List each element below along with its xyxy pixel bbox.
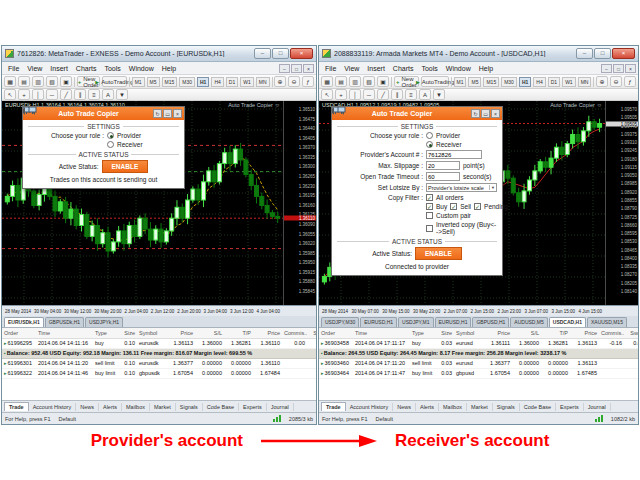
menu-window[interactable]: Window (125, 64, 158, 73)
refresh-icon[interactable]: ↻ (471, 109, 480, 118)
terminal-tab-experts[interactable]: Experts (239, 403, 267, 411)
menu-charts[interactable]: Charts (72, 64, 101, 73)
column-header[interactable]: Symbol (137, 328, 166, 338)
terminal-tab-news[interactable]: News (393, 403, 416, 411)
lotsize-select[interactable]: Provider's lotsize scale▼ (426, 183, 497, 192)
chart-tab[interactable]: GBPUSDk,H1 (45, 317, 84, 327)
custom-pair-checkbox[interactable] (426, 212, 433, 219)
cursor-icon[interactable]: ↖ (4, 89, 16, 100)
maximize-button[interactable]: □ (594, 48, 611, 59)
terminal-tab-alerts[interactable]: Alerts (416, 403, 439, 411)
chart-tab[interactable]: XAUUSD,M15 (587, 317, 627, 327)
table-row[interactable]: ▪Balance: 952.48 USD Equity: 952.18 Marg… (2, 348, 316, 358)
minimize-icon[interactable]: ▭ (163, 109, 172, 118)
terminal-tab-news[interactable]: News (76, 403, 99, 411)
minimize-button[interactable]: – (254, 48, 271, 59)
dialog-title-bar[interactable]: Auto Trade Copier ↻ ▭ × (332, 107, 502, 120)
terminal-tab-trade[interactable]: Trade (4, 402, 29, 411)
timeframe-m30[interactable]: M30 (501, 77, 517, 87)
max-slippage-input[interactable] (426, 161, 460, 170)
timeframe-m1[interactable]: M1 (132, 77, 145, 87)
status-profile[interactable]: Default (376, 416, 393, 422)
menu-charts[interactable]: Charts (389, 64, 418, 73)
enable-button[interactable]: ENABLE (415, 247, 462, 260)
column-header[interactable]: Type (410, 328, 437, 338)
timeframe-m5[interactable]: M5 (147, 77, 160, 87)
terminal-tab-code-base[interactable]: Code Base (203, 403, 239, 411)
doc-restore-icon[interactable]: □ (291, 64, 302, 73)
column-header[interactable]: Commis... (282, 328, 307, 338)
all-orders-checkbox[interactable] (426, 194, 433, 201)
menu-tools[interactable]: Tools (417, 64, 441, 73)
column-header[interactable]: Size (437, 328, 454, 338)
terminal-icon[interactable]: ▣ (377, 76, 389, 87)
crosshair-icon[interactable]: + (18, 89, 30, 100)
channel-icon[interactable]: ∥ (391, 89, 403, 100)
close-icon[interactable]: × (173, 109, 182, 118)
menu-insert[interactable]: Insert (46, 64, 72, 73)
navigator-icon[interactable]: ▧ (46, 76, 58, 87)
hline-icon[interactable]: ─ (363, 89, 375, 100)
terminal-tab-signals[interactable]: Signals (176, 403, 203, 411)
timeframe-m30[interactable]: M30 (179, 77, 195, 87)
timeframe-mn[interactable]: MN (578, 77, 592, 87)
timeframe-m5[interactable]: M5 (468, 77, 481, 87)
chart-tab[interactable]: GBPUSD,H1 (472, 317, 509, 327)
menu-help[interactable]: Help (475, 64, 497, 73)
menu-tools[interactable]: Tools (100, 64, 124, 73)
table-row[interactable]: ▸369034582014.06.04 17:11:17buy0.03eurus… (319, 338, 638, 348)
terminal-tab-signals[interactable]: Signals (493, 403, 520, 411)
timeframe-m1[interactable]: M1 (454, 77, 467, 87)
receiver-radio-label[interactable]: Receiver (117, 141, 143, 148)
autotrading-button[interactable]: ▶AutoTrading (102, 76, 127, 87)
chart-tab[interactable]: EURUSDk,H1 (4, 317, 44, 327)
table-row[interactable]: ▪Balance: 264.55 USD Equity: 264.45 Marg… (319, 348, 638, 358)
column-header[interactable]: S/L (195, 328, 224, 338)
arrows-icon[interactable]: ▼ (116, 89, 128, 100)
enable-button[interactable]: ENABLE (102, 160, 149, 173)
timeframe-m15[interactable]: M15 (483, 77, 499, 87)
trade-timeout-input[interactable] (426, 172, 460, 181)
table-row[interactable]: ▸619963012014.06.04 14:11:20sell limit0.… (2, 358, 316, 368)
column-header[interactable]: Time (36, 328, 93, 338)
chart-tab[interactable]: USDJPY,M30 (321, 317, 359, 327)
timeframe-d1[interactable]: D1 (548, 77, 560, 87)
inverted-copy-checkbox[interactable] (426, 225, 433, 232)
menu-view[interactable]: View (340, 64, 363, 73)
receiver-radio[interactable] (426, 141, 433, 148)
terminal-tab-code-base[interactable]: Code Base (520, 403, 556, 411)
column-header[interactable]: T/P (224, 328, 253, 338)
chart-area[interactable]: EURUSDk,H1 1.36164 1.36164 1.36074 1.361… (2, 101, 316, 305)
navigator-icon[interactable]: ▧ (363, 76, 375, 87)
column-header[interactable]: Swap (624, 328, 638, 338)
minimize-button[interactable]: – (576, 48, 593, 59)
maximize-button[interactable]: □ (272, 48, 289, 59)
terminal-icon[interactable]: ▣ (60, 76, 72, 87)
profiles-icon[interactable]: ▤ (18, 76, 30, 87)
chart-tab[interactable]: EURUSD,H1 (360, 317, 397, 327)
table-row[interactable]: ▸369034642014.06.04 17:11:47buy limit0.0… (319, 368, 638, 378)
timeframe-h4[interactable]: H4 (533, 77, 545, 87)
column-header[interactable]: Price (483, 328, 512, 338)
status-profile[interactable]: Default (59, 416, 76, 422)
channel-icon[interactable]: ∥ (74, 89, 86, 100)
column-header[interactable]: Order (319, 328, 353, 338)
terminal-tab-experts[interactable]: Experts (556, 403, 584, 411)
close-icon[interactable]: × (491, 109, 500, 118)
column-header[interactable]: Swap (307, 328, 316, 338)
column-header[interactable]: S/L (512, 328, 541, 338)
zoom-out-icon[interactable]: ⊖ (610, 76, 622, 87)
market-watch-icon[interactable]: ▥ (349, 76, 361, 87)
title-bar[interactable]: 2088833119: Armada Markets MT4 - Demo Ac… (319, 46, 638, 62)
column-header[interactable]: Order (2, 328, 36, 338)
sell-checkbox[interactable] (450, 203, 457, 210)
column-header[interactable]: T/P (541, 328, 570, 338)
column-header[interactable]: Size (120, 328, 137, 338)
fibo-icon[interactable]: ≡ (88, 89, 100, 100)
profiles-icon[interactable]: ▤ (335, 76, 347, 87)
terminal-tab-journal[interactable]: Journal (267, 403, 294, 411)
pending-checkbox[interactable] (474, 203, 481, 210)
buy-label[interactable]: Buy (436, 203, 447, 210)
timeframe-mn[interactable]: MN (256, 77, 270, 87)
zoom-out-icon[interactable]: ⊖ (288, 76, 300, 87)
